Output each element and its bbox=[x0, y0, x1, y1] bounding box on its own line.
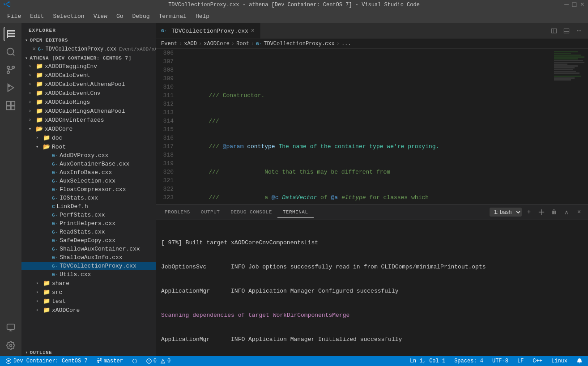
tree-item-Root[interactable]: ▾ 📂 Root bbox=[21, 142, 156, 151]
breadcrumb-xaodcore[interactable]: xAODCore bbox=[204, 41, 230, 47]
tree-item-xAODCore[interactable]: ▾ 📂 xAODCore bbox=[21, 124, 156, 133]
breadcrumb-filename[interactable]: TDVCollectionProxy.cxx bbox=[264, 41, 334, 47]
tree-item-ReadStats[interactable]: G· ReadStats.cxx bbox=[21, 228, 156, 236]
status-cursor-position[interactable]: Ln 1, Col 1 bbox=[408, 358, 447, 364]
tree-item-src[interactable]: › 📁 src bbox=[21, 288, 156, 297]
explorer-tree[interactable]: › 📁 xAODBTaggingCnv › 📁 xAODCaloEvent › … bbox=[21, 62, 156, 348]
line-number-306: 306 bbox=[156, 49, 174, 57]
terminal-selector[interactable]: 1: bash bbox=[490, 208, 522, 217]
window-controls[interactable]: ─ □ × bbox=[564, 1, 584, 9]
tree-item-FloatCompressor[interactable]: G· FloatCompressor.cxx bbox=[21, 185, 156, 194]
svg-point-4 bbox=[7, 48, 14, 55]
split-terminal-button[interactable] bbox=[536, 207, 547, 217]
svg-rect-10 bbox=[7, 102, 10, 105]
tree-label: xAODCore bbox=[52, 307, 156, 314]
tree-item-AddDVProxy[interactable]: G· AddDVProxy.cxx bbox=[21, 151, 156, 160]
tab-problems[interactable]: PROBLEMS bbox=[159, 207, 196, 218]
status-spaces[interactable]: Spaces: 4 bbox=[452, 358, 485, 364]
status-encoding[interactable]: UTF-8 bbox=[490, 358, 510, 364]
tab-debug-console[interactable]: DEBUG CONSOLE bbox=[225, 207, 277, 218]
tree-item-PerfStats[interactable]: G· PerfStats.cxx bbox=[21, 211, 156, 219]
menu-bar: File Edit Selection View Go Debug Termin… bbox=[0, 10, 588, 23]
tree-item-xAODCaloEventCnv[interactable]: › 📁 xAODCaloEventCnv bbox=[21, 89, 156, 98]
status-branch[interactable]: master bbox=[95, 358, 125, 364]
tab-output[interactable]: OUTPUT bbox=[196, 207, 226, 218]
tree-item-SafeDeepCopy[interactable]: G· SafeDeepCopy.cxx bbox=[21, 236, 156, 245]
panel-right-actions: 1: bash + 🗑 ∧ × bbox=[490, 207, 584, 217]
tree-item-test[interactable]: › 📁 test bbox=[21, 297, 156, 306]
tree-item-xAODBTaggingCnv[interactable]: › 📁 xAODBTaggingCnv bbox=[21, 62, 156, 71]
breadcrumb-event[interactable]: Event bbox=[161, 41, 177, 47]
remote-activity-icon[interactable] bbox=[4, 320, 18, 335]
tree-item-IOStats[interactable]: G· IOStats.cxx bbox=[21, 194, 156, 202]
minimize-button[interactable]: ─ bbox=[564, 1, 569, 9]
toggle-panel-button[interactable] bbox=[561, 26, 572, 36]
menu-edit[interactable]: Edit bbox=[26, 11, 47, 21]
status-sync[interactable] bbox=[130, 358, 139, 364]
tree-item-AuxContainerBase[interactable]: G· AuxContainerBase.cxx bbox=[21, 160, 156, 168]
tree-item-share[interactable]: › 📁 share bbox=[21, 279, 156, 288]
breadcrumb-symbol[interactable]: ... bbox=[341, 41, 351, 47]
outline-section-header[interactable]: › OUTLINE bbox=[21, 348, 156, 356]
tree-item-xAODCaloEventAthenaPool[interactable]: › 📁 xAODCaloEventAthenaPool bbox=[21, 80, 156, 89]
kill-terminal-button[interactable]: 🗑 bbox=[549, 207, 559, 217]
status-language[interactable]: C++ bbox=[531, 358, 544, 364]
more-actions-button[interactable]: ⋯ bbox=[574, 26, 584, 36]
tree-item-xAODCnvInterfaces[interactable]: › 📁 xAODCnvInterfaces bbox=[21, 115, 156, 124]
tab-terminal[interactable]: TERMINAL bbox=[277, 207, 314, 218]
close-editor-icon[interactable]: × bbox=[32, 46, 36, 53]
open-editors-header[interactable]: ▾ OPEN EDITORS bbox=[21, 36, 156, 45]
tree-item-PrintHelpers[interactable]: G· PrintHelpers.cxx bbox=[21, 219, 156, 228]
tree-label: Utils.cxx bbox=[60, 271, 156, 278]
terminal-line-4: Scanning dependencies of target WorkDirC… bbox=[161, 311, 583, 319]
folder-chevron: › bbox=[29, 91, 36, 96]
terminal-content[interactable]: [ 97%] Built target xAODCoreCnvComponent… bbox=[156, 220, 588, 356]
settings-activity-icon[interactable] bbox=[4, 338, 18, 353]
extensions-activity-icon[interactable] bbox=[4, 98, 18, 113]
tree-item-xAODCaloRings[interactable]: › 📁 xAODCaloRings bbox=[21, 98, 156, 106]
menu-go[interactable]: Go bbox=[113, 11, 127, 21]
open-editor-tdv[interactable]: × G· TDVCollectionProxy.cxx Event/xAOD/x… bbox=[21, 45, 156, 54]
tab-actions: ⋯ bbox=[545, 23, 588, 38]
search-activity-icon[interactable] bbox=[4, 45, 18, 59]
tree-item-TDVCollectionProxy[interactable]: G· TDVCollectionProxy.cxx bbox=[21, 262, 156, 270]
status-os[interactable]: Linux bbox=[550, 358, 569, 364]
tree-item-AuxSelection[interactable]: G· AuxSelection.cxx bbox=[21, 177, 156, 185]
menu-terminal[interactable]: Terminal bbox=[155, 11, 190, 21]
tab-close-button[interactable]: × bbox=[251, 27, 255, 34]
maximize-panel-button[interactable]: ∧ bbox=[561, 207, 572, 217]
close-button[interactable]: × bbox=[580, 1, 584, 9]
tree-item-AuxInfoBase[interactable]: G· AuxInfoBase.cxx bbox=[21, 168, 156, 177]
breadcrumb-root[interactable]: Root bbox=[236, 41, 249, 47]
tree-item-Utils[interactable]: G· Utils.cxx bbox=[21, 270, 156, 279]
menu-help[interactable]: Help bbox=[192, 11, 213, 21]
breadcrumb-xaod[interactable]: xAOD bbox=[184, 41, 197, 47]
menu-selection[interactable]: Selection bbox=[49, 11, 88, 21]
debug-activity-icon[interactable] bbox=[4, 81, 18, 95]
tree-item-ShallowAuxContainer[interactable]: G· ShallowAuxContainer.cxx bbox=[21, 245, 156, 253]
tree-item-LinkDef[interactable]: C LinkDef.h bbox=[21, 202, 156, 211]
svg-point-5 bbox=[7, 66, 10, 69]
source-control-activity-icon[interactable] bbox=[4, 63, 18, 77]
tree-item-doc[interactable]: › 📁 doc bbox=[21, 133, 156, 142]
tree-item-xAODCore2[interactable]: › 📁 xAODCore bbox=[21, 306, 156, 315]
split-editor-button[interactable] bbox=[549, 26, 559, 36]
explorer-activity-icon[interactable] bbox=[4, 27, 18, 41]
cpp-file-icon: G· bbox=[52, 238, 58, 243]
status-eol[interactable]: LF bbox=[516, 358, 525, 364]
status-remote[interactable]: Dev Container: CentOS 7 bbox=[4, 358, 89, 364]
menu-view[interactable]: View bbox=[90, 11, 111, 21]
tree-item-ShallowAuxInfo[interactable]: G· ShallowAuxInfo.cxx bbox=[21, 253, 156, 262]
status-errors[interactable]: 0 0 bbox=[145, 358, 172, 364]
menu-debug[interactable]: Debug bbox=[128, 11, 153, 21]
root-section-header[interactable]: ▾ ATHENA [DEV CONTAINER: CENTOS 7] bbox=[21, 54, 156, 62]
tab-tdvcollectionproxy[interactable]: G· TDVCollectionProxy.cxx × bbox=[156, 23, 260, 38]
tree-item-xAODCaloRingsAthenaPool[interactable]: › 📁 xAODCaloRingsAthenaPool bbox=[21, 106, 156, 115]
close-panel-button[interactable]: × bbox=[574, 207, 584, 217]
maximize-button[interactable]: □ bbox=[572, 1, 577, 9]
menu-file[interactable]: File bbox=[4, 11, 25, 21]
code-content[interactable]: /// Constructor. /// /// @param conttype… bbox=[177, 49, 552, 204]
status-notifications[interactable] bbox=[575, 358, 584, 364]
tree-item-xAODCaloEvent[interactable]: › 📁 xAODCaloEvent bbox=[21, 71, 156, 80]
new-terminal-button[interactable]: + bbox=[524, 207, 534, 217]
